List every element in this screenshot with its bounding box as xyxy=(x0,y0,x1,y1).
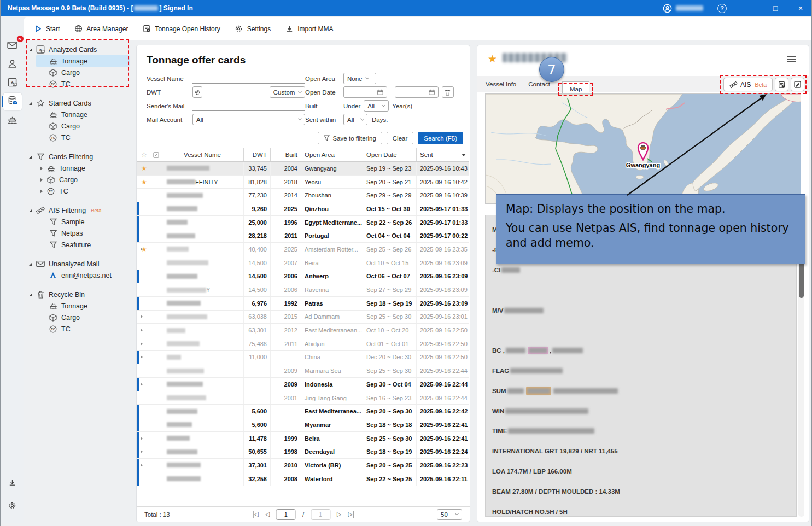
ais-button[interactable]: AISBeta xyxy=(723,78,773,91)
tree-item-sample[interactable]: Sample xyxy=(49,216,136,227)
col-sent[interactable]: Sent xyxy=(417,148,469,161)
row-star[interactable] xyxy=(137,445,151,458)
favorite-star-icon[interactable]: ★ xyxy=(488,52,497,65)
row-expander-icon[interactable] xyxy=(141,315,143,318)
hamburger-menu-icon[interactable] xyxy=(787,54,796,64)
col-open-date[interactable]: Open Date xyxy=(363,148,417,161)
tree-item-cargo[interactable]: Cargo xyxy=(49,120,136,132)
table-row[interactable]: 5,600MyanmarSep 18 ~ Sep 182025-09-16 22… xyxy=(137,418,469,432)
tree-expander-icon[interactable] xyxy=(29,262,32,266)
row-star[interactable]: ★ xyxy=(137,162,151,175)
dwt-min-input[interactable] xyxy=(206,87,231,97)
position-map[interactable]: Gwangyang xyxy=(485,93,801,204)
table-row[interactable]: 14,5002007BeiraOct 10 ~ Oct 152025-09-16… xyxy=(137,256,469,270)
row-star[interactable] xyxy=(137,472,151,486)
row-expander-icon[interactable] xyxy=(141,450,143,453)
tree-item-tonnage[interactable]: Tonnage xyxy=(49,109,136,120)
row-star[interactable] xyxy=(137,256,151,270)
dwt-max-input[interactable] xyxy=(239,87,265,97)
toolbar-start[interactable]: Start xyxy=(33,25,60,33)
built-select[interactable]: All xyxy=(364,100,389,112)
table-row[interactable]: 2009Marmara SeaSep 25 ~ Sep 302025-09-16… xyxy=(137,364,469,378)
row-star[interactable] xyxy=(137,202,151,215)
table-row[interactable]: 25,0001996Egypt Mediterrane...Sep 22 ~ S… xyxy=(137,216,469,230)
account-button[interactable] xyxy=(663,4,703,13)
row-expander-icon[interactable] xyxy=(141,329,143,332)
tree-item-tonnage[interactable]: Tonnage xyxy=(40,162,136,174)
tree-expander-icon[interactable] xyxy=(40,189,43,194)
rail-ship-button[interactable] xyxy=(3,112,22,129)
table-row[interactable]: 11,000ChinaDec 20 ~ Dec 302025-09-16 22:… xyxy=(137,351,469,365)
tree-item-tc[interactable]: TCTC xyxy=(40,185,136,197)
row-star[interactable] xyxy=(137,459,151,472)
row-expander-icon[interactable] xyxy=(141,383,143,386)
tree-item-tonnage[interactable]: Tonnage xyxy=(49,300,136,312)
row-expander-icon[interactable] xyxy=(141,437,143,440)
open-date-from-input[interactable] xyxy=(343,86,387,98)
row-star[interactable] xyxy=(137,378,151,391)
row-star[interactable] xyxy=(137,351,151,364)
tree-expander-icon[interactable] xyxy=(29,48,32,51)
tree-item-erin-netpas-net[interactable]: erin@netpas.net xyxy=(49,270,136,281)
table-row[interactable]: 2001Jing Tang GangSep 16 ~ Sep 232025-09… xyxy=(137,391,469,405)
row-star[interactable] xyxy=(137,432,151,445)
toolbar-import-mma[interactable]: Import MMA xyxy=(285,25,333,33)
page-input[interactable]: 1 xyxy=(276,509,296,520)
table-row[interactable]: 5,600East Mediterranea...Sep 20 ~ Sep 30… xyxy=(137,405,469,418)
tree-item-cargo[interactable]: Cargo xyxy=(49,67,136,78)
row-expander-icon[interactable] xyxy=(141,355,143,359)
senders-mail-input[interactable] xyxy=(192,101,305,111)
vessel-name-input[interactable] xyxy=(192,74,305,84)
tree-item-seafuture[interactable]: Seafuture xyxy=(49,239,136,250)
open-date-to-input[interactable] xyxy=(395,86,439,98)
table-row[interactable]: 32,2582008WaterfordSep 22 ~ Sep 252025-0… xyxy=(137,472,469,486)
row-star[interactable] xyxy=(137,337,151,350)
tree-group-header[interactable]: Cards Filtering xyxy=(28,151,136,162)
rail-download-button[interactable] xyxy=(3,475,22,492)
row-star[interactable] xyxy=(137,297,151,310)
table-row[interactable]: 37,3012010Victoria (BR)Sep 20 ~ Sep 2520… xyxy=(137,459,469,472)
row-star[interactable] xyxy=(137,283,151,296)
memo-button[interactable] xyxy=(791,78,804,91)
toolbar-tonnage-open-history[interactable]: Tonnage Open History xyxy=(142,25,220,33)
page-size-select[interactable]: 50 xyxy=(437,509,462,520)
tree-expander-icon[interactable] xyxy=(40,178,43,182)
open-area-select[interactable]: None xyxy=(343,73,376,84)
first-page-button[interactable]: ◁ xyxy=(253,511,258,518)
prev-page-button[interactable]: ◁ xyxy=(265,511,269,518)
col-vessel-name[interactable]: Vessel Name xyxy=(161,148,244,161)
rail-person-button[interactable] xyxy=(3,56,22,73)
table-row[interactable]: 63,0382015Ad DammamSep 25 ~ Sep 302025-0… xyxy=(137,311,469,324)
table-row[interactable]: 9,2602025QinzhouOct 15 ~ Oct 302025-09-1… xyxy=(137,202,469,216)
tree-expander-icon[interactable] xyxy=(29,155,32,159)
open-history-button[interactable] xyxy=(775,78,788,91)
row-star[interactable] xyxy=(137,311,151,324)
search-button[interactable]: Search (F5) xyxy=(418,132,463,144)
tree-item-tonnage[interactable]: Tonnage xyxy=(49,55,136,67)
row-star[interactable] xyxy=(137,405,151,418)
table-row[interactable]: ★33,7452004GwangyangSep 19 ~ Sep 232025-… xyxy=(137,162,469,176)
table-row[interactable]: 77,2302014ZhoushanSep 29 ~ Sep 292025-09… xyxy=(137,189,469,202)
table-row[interactable]: 6,9761992PatrasSep 18 ~ Sep 192025-09-16… xyxy=(137,297,469,311)
tree-item-cargo[interactable]: Cargo xyxy=(40,174,136,185)
table-row[interactable]: 14,5002006AntwerpOct 06 ~ Oct 072025-09-… xyxy=(137,270,469,284)
minimize-button[interactable]: – xyxy=(744,4,756,13)
row-star[interactable]: ★ xyxy=(137,243,151,256)
table-row[interactable]: Y14,5002006RavennaSep 27 ~ Sep 292025-09… xyxy=(137,283,469,297)
tree-group-header[interactable]: AIS FilteringBeta xyxy=(28,204,136,216)
save-to-filtering-button[interactable]: Save to filtering xyxy=(318,132,382,144)
row-expander-icon[interactable] xyxy=(141,464,143,467)
tree-group-header[interactable]: Unanalyzed Mail xyxy=(28,258,136,270)
row-star[interactable] xyxy=(137,364,151,377)
row-star[interactable] xyxy=(137,189,151,202)
rail-card-spade-button[interactable]: ♠ xyxy=(3,74,22,92)
next-page-button[interactable]: ▷ xyxy=(337,511,341,518)
tree-expander-icon[interactable] xyxy=(29,102,32,105)
table-row[interactable]: ★FFINITY81,8282018YeosuSep 20 ~ Sep 2120… xyxy=(137,176,469,189)
row-expander-icon[interactable] xyxy=(141,342,143,346)
tree-item-cargo[interactable]: Cargo xyxy=(49,312,136,323)
table-row[interactable]: 50,6551998DeendayalSep 18 ~ Sep 192025-0… xyxy=(137,445,469,459)
tree-item-tc[interactable]: TCTC xyxy=(49,323,136,335)
table-row[interactable]: 75,4862011AbidjanOct 01 ~ Oct 012025-09-… xyxy=(137,337,469,351)
row-star[interactable] xyxy=(137,229,151,242)
